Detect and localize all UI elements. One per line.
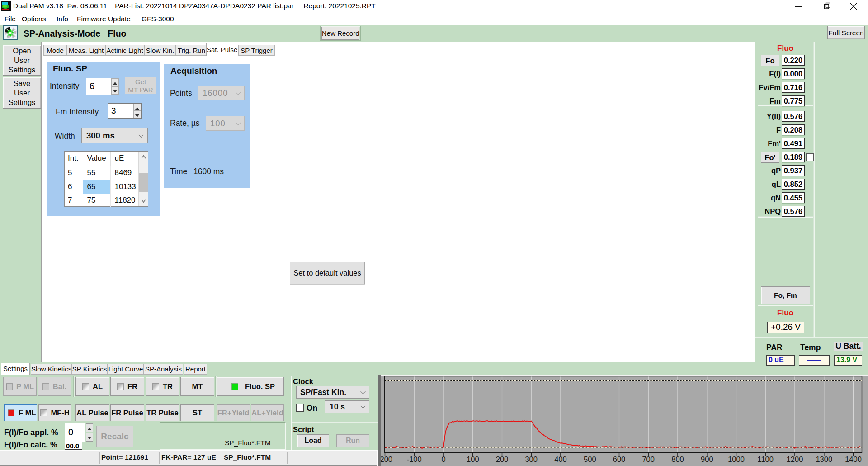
svg-text:1300: 1300	[816, 455, 832, 463]
svg-text:600: 600	[613, 455, 626, 463]
svg-text:200: 200	[496, 455, 509, 463]
svg-text:1400: 1400	[845, 455, 862, 463]
svg-text:700: 700	[642, 455, 655, 463]
svg-text:1200: 1200	[787, 455, 803, 463]
svg-text:800: 800	[671, 455, 684, 463]
svg-text:300: 300	[525, 455, 538, 463]
svg-text:900: 900	[701, 455, 713, 463]
svg-text:1100: 1100	[757, 455, 773, 463]
svg-text:-100: -100	[407, 455, 422, 463]
svg-text:100: 100	[467, 455, 479, 463]
svg-text:1000: 1000	[728, 455, 745, 463]
svg-text:500: 500	[584, 455, 596, 463]
svg-text:400: 400	[554, 455, 567, 463]
svg-text:0: 0	[441, 455, 445, 463]
